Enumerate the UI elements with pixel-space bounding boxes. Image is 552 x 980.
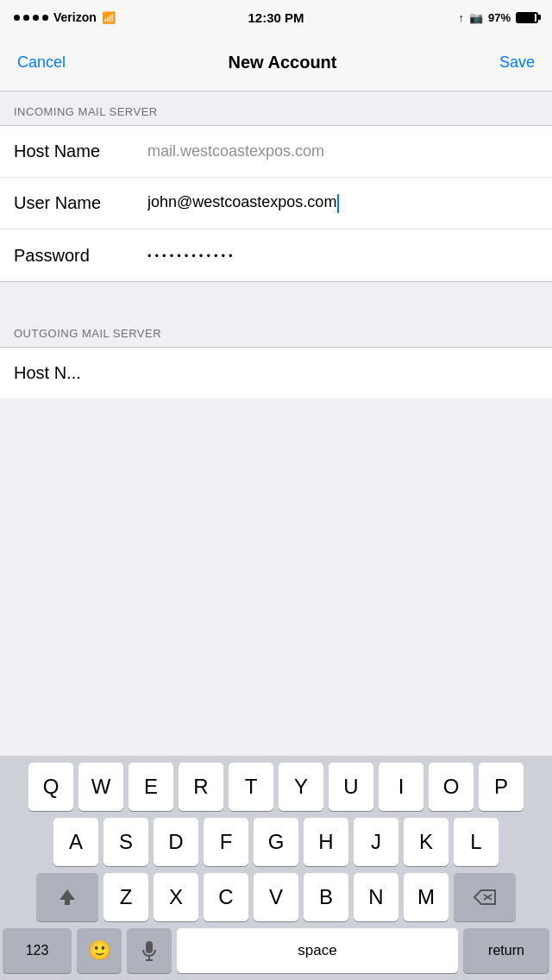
key-n[interactable]: N [354,873,398,921]
key-r[interactable]: R [179,763,223,811]
svg-rect-3 [146,941,153,953]
numbers-key[interactable]: 123 [3,928,72,973]
key-f[interactable]: F [204,818,248,866]
shift-key[interactable] [36,873,98,921]
wifi-icon: 📶 [102,11,116,24]
key-w[interactable]: W [78,763,123,811]
incoming-form-group: Host Name mail.westcoastexpos.com User N… [0,125,552,282]
password-row[interactable]: Password •••••••••••• [0,229,552,281]
user-name-label: User Name [14,193,147,213]
key-k[interactable]: K [404,818,448,866]
key-u[interactable]: U [329,763,373,811]
key-j[interactable]: J [354,818,398,866]
key-v[interactable]: V [254,873,298,921]
key-p[interactable]: P [479,763,524,811]
keyboard-row-1: Q W E R T Y U I O P [3,763,549,811]
return-key[interactable]: return [463,928,549,973]
keyboard: Q W E R T Y U I O P A S D F G H J K L Z … [0,756,552,980]
nav-bar: Cancel New Account Save [0,35,552,91]
key-a[interactable]: A [53,818,98,866]
microphone-icon [141,940,157,961]
status-left: Verizon 📶 [14,10,116,24]
space-key[interactable]: space [177,928,458,973]
battery-percentage: 97% [488,11,511,24]
cancel-button[interactable]: Cancel [9,47,74,79]
signal-dots [14,15,48,21]
outgoing-mail-section: OUTGOING MAIL SERVER Host N... [0,313,552,399]
outgoing-host-label: Host N... [14,363,81,383]
bluetooth-icon: 📷 [469,11,483,24]
keyboard-row-2: A S D F G H J K L [3,818,549,866]
host-name-value: mail.westcoastexpos.com [147,142,538,160]
key-g[interactable]: G [254,818,298,866]
key-s[interactable]: S [104,818,148,866]
key-m[interactable]: M [404,873,448,921]
carrier-name: Verizon [53,10,97,24]
status-bar: Verizon 📶 12:30 PM ↑ 📷 97% [0,0,552,35]
backspace-key[interactable] [454,873,516,921]
outgoing-section-header: OUTGOING MAIL SERVER [0,313,552,347]
key-i[interactable]: I [379,763,423,811]
microphone-key[interactable] [127,928,172,973]
user-name-row[interactable]: User Name john@westcoastexpos.com [0,178,552,229]
password-value: •••••••••••• [147,249,538,262]
password-label: Password [14,246,147,266]
outgoing-host-row[interactable]: Host N... [0,347,552,399]
section-divider [0,282,552,313]
backspace-icon [473,889,497,906]
key-l[interactable]: L [454,818,499,866]
battery-icon [516,12,538,23]
host-name-row[interactable]: Host Name mail.westcoastexpos.com [0,126,552,178]
keyboard-row-4: 123 🙂 space return [3,928,549,973]
key-d[interactable]: D [154,818,198,866]
location-icon: ↑ [458,11,464,24]
key-q[interactable]: Q [28,763,73,811]
key-y[interactable]: Y [279,763,323,811]
text-cursor [337,194,339,213]
incoming-section-header: INCOMING MAIL SERVER [0,91,552,125]
key-x[interactable]: X [154,873,198,921]
status-right: ↑ 📷 97% [458,11,538,24]
svg-marker-0 [60,889,75,905]
key-h[interactable]: H [304,818,348,866]
emoji-key[interactable]: 🙂 [77,928,122,973]
host-name-label: Host Name [14,141,147,161]
keyboard-row-3: Z X C V B N M [3,873,549,921]
key-c[interactable]: C [204,873,248,921]
user-name-value: john@westcoastexpos.com [147,193,538,212]
key-z[interactable]: Z [104,873,148,921]
page-title: New Account [229,53,337,72]
save-button[interactable]: Save [491,47,543,79]
key-b[interactable]: B [304,873,348,921]
key-t[interactable]: T [229,763,273,811]
incoming-mail-section: INCOMING MAIL SERVER Host Name mail.west… [0,91,552,282]
key-o[interactable]: O [429,763,474,811]
status-time: 12:30 PM [248,10,304,25]
shift-icon [58,888,77,907]
key-e[interactable]: E [129,763,173,811]
